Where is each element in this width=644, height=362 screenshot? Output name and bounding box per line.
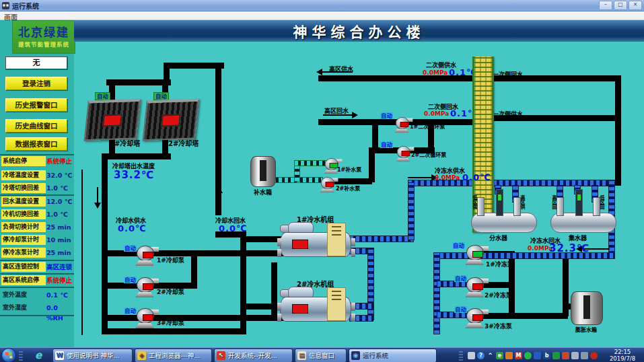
expand-tray-icon[interactable]: ^ (487, 352, 494, 359)
cooling-supply-value: 0.0℃ (118, 223, 147, 233)
keyboard-tray-icon[interactable] (468, 352, 475, 359)
data-report-button[interactable]: 数据报表窗口 (5, 137, 67, 151)
minimize-button[interactable]: – (599, 1, 612, 10)
param-value: 高区连锁 (46, 262, 73, 272)
makeup-pump-2[interactable] (319, 176, 334, 193)
tray-icon[interactable] (562, 352, 569, 359)
clock-date: 2019/7/8 (605, 355, 640, 362)
pipe-segment (334, 178, 372, 184)
chiller-1[interactable] (277, 222, 357, 261)
param-label[interactable]: 冷塔温度设置 (1, 170, 46, 180)
shield-tray-icon[interactable] (534, 352, 541, 359)
param-label[interactable]: 高区连锁控制 (1, 262, 46, 272)
taskbar: e W 使用说明书 神华... ◈ 工程浏览器---神... ↖ 开发系统--开… (0, 347, 644, 362)
pipe-segment (106, 153, 171, 159)
auto-mode-badge[interactable]: 自动 (380, 112, 393, 119)
title-bar[interactable]: 运行系统 – □ × (0, 0, 644, 11)
cursor-icon: ↖ (217, 351, 225, 360)
history-curve-button[interactable]: 历史曲线窗口 (5, 119, 67, 133)
chilled-pump-1[interactable] (464, 244, 485, 265)
chilled-pump-3[interactable] (464, 307, 485, 328)
tray-icon[interactable] (552, 352, 560, 359)
param-label[interactable]: 高区系统启停 (1, 275, 46, 285)
auto-mode-badge[interactable]: 自动 (153, 92, 169, 100)
collector-label: 集水器 (569, 233, 587, 242)
tray-icon[interactable] (505, 352, 513, 359)
close-button[interactable]: × (629, 1, 642, 10)
volume-tray-icon[interactable] (590, 352, 598, 359)
pipe-segment (102, 153, 108, 334)
param-label[interactable]: 系统启停 (1, 156, 46, 166)
cooling-pump-1[interactable] (135, 244, 155, 266)
param-value: 10 min (46, 235, 73, 245)
auto-mode-badge[interactable]: 自动 (95, 92, 110, 100)
task-button-project-browser[interactable]: ◈ 工程浏览器---神... (135, 349, 212, 362)
cooling-pump-2-label: 2#冷却泵 (157, 287, 184, 296)
tray-icon[interactable]: e (496, 352, 503, 359)
param-row: 室外湿度 0.0 %RH (0, 302, 74, 314)
maximize-button[interactable]: □ (614, 1, 627, 10)
sec-return-pressure: 0.0MPa (424, 110, 449, 117)
chilled-pipe-segment (408, 183, 414, 240)
cooling-tower-1[interactable] (84, 99, 141, 141)
task-button-info-window[interactable]: ▤ 信息窗口 (295, 349, 347, 362)
cooling-pump-1-label: 1#冷却泵 (157, 256, 184, 264)
chat-tray-icon[interactable] (524, 352, 532, 359)
page-title: 神华综合办公楼 (293, 21, 425, 41)
mode-box: 无 (5, 57, 68, 70)
history-alarm-button[interactable]: 历史报警窗口 (5, 98, 67, 112)
param-label[interactable]: 停冷却泵计时 (1, 235, 46, 245)
mail-tray-icon[interactable]: M (515, 352, 522, 359)
pump-status-indicator (143, 314, 153, 321)
taskbar-clock[interactable]: 22:15 2019/7/8 (605, 349, 640, 362)
auto-mode-badge[interactable]: 自动 (380, 141, 393, 148)
param-label[interactable]: 冷塔切换回差 (1, 183, 46, 193)
param-label[interactable]: 冷机切换回差 (1, 209, 46, 219)
pipe-segment (81, 170, 83, 335)
param-value: 32.0 ℃ (46, 170, 73, 180)
chilled-pump-2[interactable] (464, 276, 485, 297)
chiller-2[interactable] (277, 287, 357, 326)
secondary-pump-2[interactable] (395, 145, 410, 162)
makeup-pump-1-label: 1#补水泵 (337, 166, 361, 173)
cooling-pump-3-label: 3#冷却泵 (157, 318, 184, 327)
task-button-runtime-system[interactable]: ◉ 运行系统 (349, 349, 437, 362)
tower-display (102, 114, 122, 127)
tower-display (161, 114, 181, 127)
pipe-segment (372, 119, 378, 151)
chilled-pump-1-label: 1#冷冻泵 (486, 260, 513, 268)
auto-mode-badge[interactable]: 自动 (452, 242, 465, 249)
pipe-segment (106, 79, 171, 85)
flow-arrow-down-icon (97, 187, 98, 203)
windows-logo-icon (5, 352, 13, 359)
makeup-pump-2-label: 2#补水泵 (336, 184, 360, 192)
gears-icon: ◈ (137, 351, 146, 360)
makeup-water-tank[interactable] (250, 156, 276, 187)
collector-vessel[interactable] (550, 213, 616, 233)
param-row: 停冷却泵计时 10 min (0, 234, 74, 246)
param-label[interactable]: 负荷切换计时 (1, 222, 46, 232)
internet-explorer-icon[interactable]: e (35, 349, 47, 361)
tray-icon[interactable]: b (543, 352, 550, 359)
start-button[interactable] (1, 348, 16, 362)
login-logout-button[interactable]: 登录注销 (5, 77, 67, 90)
task-button-manual[interactable]: W 使用说明书 神华... (52, 349, 133, 362)
help-tray-icon[interactable]: ? (477, 352, 485, 359)
chilled-pump-2-label: 2#冷冻泵 (485, 291, 512, 299)
clipboard-tray-icon[interactable] (571, 352, 579, 359)
param-value: 系统停止 (46, 275, 73, 285)
network-signal-tray-icon[interactable] (581, 352, 588, 359)
cooling-pump-3[interactable] (135, 307, 155, 328)
cooling-tower-2[interactable] (143, 99, 200, 141)
cooling-pump-2[interactable] (135, 276, 155, 297)
param-label[interactable]: 停冷冻泵计时 (1, 248, 46, 258)
param-label[interactable]: 回水温度设置 (1, 196, 46, 207)
param-row: 停冷冻泵计时 25 min (0, 247, 74, 259)
pri-return-label: 一次侧回水 (493, 70, 523, 79)
task-button-dev-system[interactable]: ↖ 开发系统--开发... (214, 349, 293, 362)
param-row: 室外温度 0.1 ℃ (0, 289, 74, 301)
expansion-tank[interactable] (571, 291, 603, 325)
distributor-vessel[interactable] (471, 213, 537, 233)
divider (0, 315, 74, 316)
secondary-pump-1[interactable] (394, 116, 409, 133)
